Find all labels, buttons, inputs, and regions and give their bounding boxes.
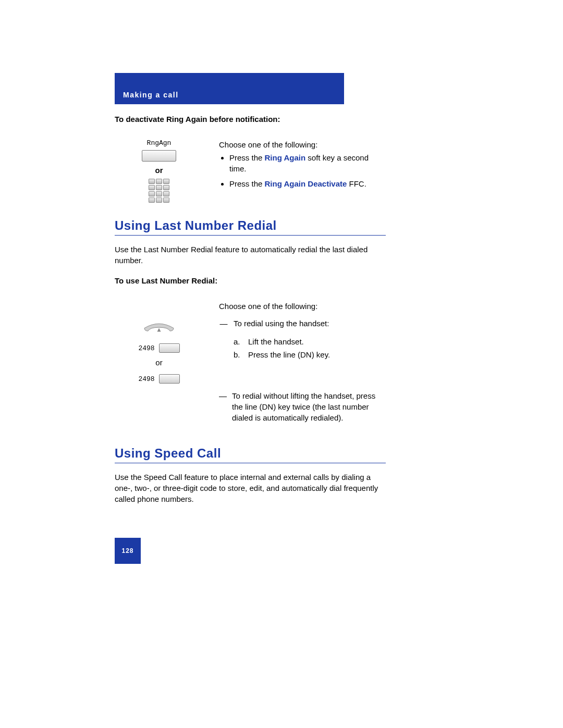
bullet-1: Press the Ring Again soft key a second t…	[229, 152, 386, 174]
bullet-2: Press the Ring Again Deactivate FFC.	[229, 178, 386, 189]
choose-intro-2: Choose one of the following:	[219, 301, 386, 312]
choose-intro-1: Choose one of the following:	[219, 139, 386, 150]
dash-list-2: — To redial without lifting the handset,…	[219, 390, 386, 423]
redial-intro: Use the Last Number Redial feature to au…	[115, 244, 386, 266]
linekey-num-1: 2498	[138, 344, 154, 352]
softkey-label: RngAgn	[147, 139, 172, 147]
ring-again-deactivate-text: Ring Again Deactivate	[265, 179, 347, 188]
alpha-b: b. Press the line (DN) key.	[234, 349, 386, 360]
header-section-title: Making a call	[123, 91, 179, 99]
deactivate-icon-col: RngAgn or	[115, 139, 203, 203]
linekey-row-2: 2498	[138, 374, 179, 384]
page-number-box: 128	[115, 538, 141, 564]
linekey-row-1: 2498	[138, 343, 179, 353]
linekey-icon-2	[159, 374, 180, 384]
deactivate-text-col: Choose one of the following: Press the R…	[219, 139, 386, 203]
deactivate-title: To deactivate Ring Again before notifica…	[115, 115, 386, 124]
redial-text-col: Choose one of the following: — To redial…	[219, 301, 386, 430]
redial-icon-col: 2498 or 2498	[115, 301, 203, 430]
redial-subtitle: To use Last Number Redial:	[115, 276, 386, 285]
ring-again-text: Ring Again	[265, 153, 306, 162]
content-area: To deactivate Ring Again before notifica…	[115, 115, 386, 504]
deactivate-bullets: Press the Ring Again soft key a second t…	[219, 152, 386, 189]
dash-item-2: — To redial without lifting the handset,…	[219, 390, 386, 423]
linekey-num-2: 2498	[138, 375, 154, 383]
alpha-list: a. Lift the handset. b. Press the line (…	[219, 336, 386, 360]
speed-call-heading: Using Speed Call	[115, 446, 386, 463]
alpha-a: a. Lift the handset.	[234, 336, 386, 347]
page-number: 128	[121, 547, 133, 554]
page: Making a call To deactivate Ring Again b…	[0, 0, 563, 728]
header-banner: Making a call	[115, 73, 344, 104]
last-number-redial-heading: Using Last Number Redial	[115, 218, 386, 236]
or-label-1: or	[155, 166, 163, 175]
softkey-icon	[142, 150, 176, 162]
dash-item-1: — To redial using the handset:	[219, 318, 386, 329]
deactivate-row: RngAgn or Choose one of the following: P…	[115, 139, 386, 203]
keypad-icon	[149, 179, 169, 203]
or-label-2: or	[155, 358, 162, 367]
linekey-icon-1	[159, 343, 180, 353]
speed-call-intro: Use the Speed Call feature to place inte…	[115, 472, 386, 504]
redial-row: 2498 or 2498 Choose one of the following…	[115, 301, 386, 430]
handset-icon	[136, 322, 182, 336]
dash-list-1: — To redial using the handset:	[219, 318, 386, 329]
